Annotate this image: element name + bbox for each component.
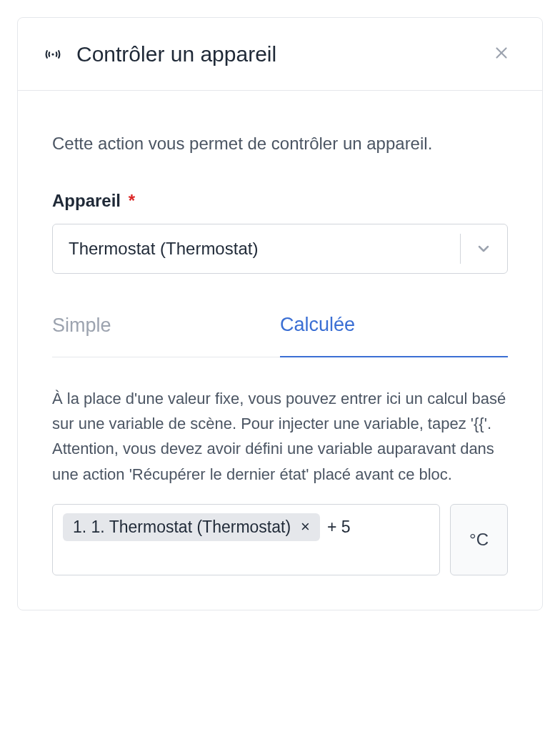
device-select[interactable]: Thermostat (Thermostat) (52, 224, 508, 274)
broadcast-icon (44, 45, 62, 64)
action-description: Cette action vous permet de contrôler un… (52, 131, 508, 157)
control-device-card: Contrôler un appareil Cette action vous … (17, 17, 543, 610)
card-header: Contrôler un appareil (18, 18, 542, 91)
variable-chip-label: 1. 1. Thermostat (Thermostat) (73, 518, 291, 537)
unit-suffix: °C (450, 504, 508, 575)
calculated-help-text: À la place d'une valeur fixe, vous pouve… (52, 386, 508, 487)
expression-input[interactable]: 1. 1. Thermostat (Thermostat) × + 5 (52, 504, 440, 575)
close-icon (492, 44, 511, 64)
chevron-down-icon (475, 240, 492, 257)
chip-remove-button[interactable]: × (301, 519, 310, 535)
tab-calculated[interactable]: Calculée (280, 314, 508, 357)
header-left: Contrôler un appareil (44, 42, 276, 66)
svg-point-0 (51, 53, 54, 55)
expression-tail: + 5 (326, 518, 351, 537)
required-indicator: * (129, 191, 135, 210)
card-body: Cette action vous permet de contrôler un… (18, 91, 542, 610)
variable-chip: 1. 1. Thermostat (Thermostat) × (63, 513, 320, 541)
close-button[interactable] (486, 38, 516, 70)
device-label: Appareil * (52, 191, 508, 211)
value-mode-tabs: Simple Calculée (52, 314, 508, 357)
card-title: Contrôler un appareil (76, 42, 276, 66)
device-label-text: Appareil (52, 191, 121, 210)
tab-simple[interactable]: Simple (52, 314, 280, 357)
device-select-value: Thermostat (Thermostat) (52, 224, 508, 274)
select-divider (460, 234, 461, 264)
expression-row: 1. 1. Thermostat (Thermostat) × + 5 °C (52, 504, 508, 575)
